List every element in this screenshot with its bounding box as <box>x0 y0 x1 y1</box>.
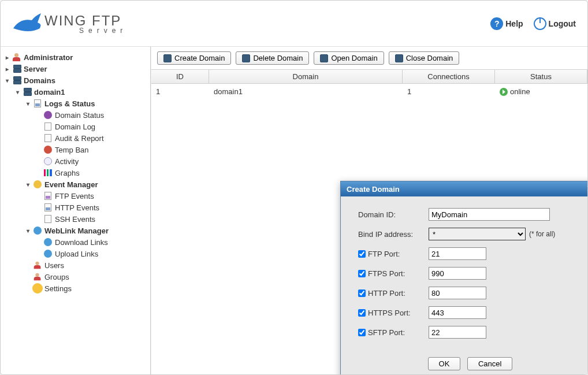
sidebar-tree[interactable]: ▸ Administrator ▸ Server ▾ Domains ▾ dom… <box>1 47 151 374</box>
logo: WING FTP Server <box>12 11 127 36</box>
sidebar-label-domain-log: Domain Log <box>55 122 95 131</box>
sidebar-label-domain1: domain1 <box>34 88 65 96</box>
expand-icon: ▾ <box>14 89 20 95</box>
domain-id-input[interactable] <box>429 208 550 221</box>
collapse-icon: ▸ <box>4 66 10 72</box>
domain-icon <box>23 87 32 96</box>
http-port-input[interactable] <box>429 287 486 299</box>
http-events-icon <box>43 203 53 212</box>
sidebar-item-ssh-events[interactable]: SSH Events <box>35 213 147 225</box>
domain-table-body: 1 domain1 1 online Create Domain ✕ <box>151 84 587 374</box>
http-port-checkbox[interactable] <box>358 289 366 297</box>
sidebar-item-graphs[interactable]: Graphs <box>35 167 147 179</box>
expand-icon: ▾ <box>4 77 10 84</box>
header-id[interactable]: ID <box>151 70 209 83</box>
bind-ip-hint: (* for all) <box>529 230 555 238</box>
ftp-port-label: FTP Port: <box>368 250 400 258</box>
sidebar-item-users[interactable]: Users <box>25 259 147 271</box>
dialog-titlebar[interactable]: Create Domain ✕ <box>341 181 587 196</box>
sidebar-item-audit-report[interactable]: Audit & Report <box>35 132 147 144</box>
sftp-port-input[interactable] <box>429 326 486 339</box>
sidebar-item-logs-status[interactable]: ▾ Logs & Status <box>25 98 147 109</box>
cell-id: 1 <box>151 84 209 101</box>
https-port-label: HTTPS Port: <box>368 309 411 317</box>
sidebar-item-weblink-manager[interactable]: ▾ WebLink Manager <box>25 225 147 236</box>
ftps-port-checkbox[interactable] <box>358 270 366 277</box>
close-domain-button[interactable]: Close Domain <box>389 51 460 65</box>
ok-button[interactable]: OK <box>428 357 461 370</box>
delete-domain-button[interactable]: Delete Domain <box>236 51 309 65</box>
ftp-port-checkbox[interactable] <box>358 250 366 258</box>
https-port-input[interactable] <box>429 306 486 319</box>
domains-icon <box>12 76 21 85</box>
logo-main-text: WING FTP <box>44 13 121 28</box>
disk-icon <box>242 54 250 62</box>
sftp-port-checkbox[interactable] <box>358 329 366 336</box>
sidebar-item-domain-status[interactable]: Domain Status <box>35 109 147 121</box>
sidebar-item-activity[interactable]: Activity <box>35 155 147 167</box>
sidebar-item-ftp-events[interactable]: FTP Events <box>35 190 147 202</box>
bind-ip-label: Bind IP address: <box>353 230 429 239</box>
dialog-title-text: Create Domain <box>347 185 400 194</box>
sidebar-item-http-events[interactable]: HTTP Events <box>35 202 147 213</box>
settings-icon <box>33 284 42 293</box>
sidebar-item-server[interactable]: ▸ Server <box>4 63 147 75</box>
sidebar-item-domain1[interactable]: ▾ domain1 <box>14 86 147 98</box>
domain-toolbar: Create Domain Delete Domain Open Domain … <box>151 47 587 69</box>
whale-logo-icon <box>12 11 43 36</box>
disk-icon <box>163 54 172 62</box>
open-domain-label: Open Domain <box>331 54 377 62</box>
sidebar-item-temp-ban[interactable]: Temp Ban <box>35 144 147 155</box>
activity-icon <box>43 157 53 166</box>
logout-button[interactable]: Logout <box>534 17 576 30</box>
help-label: Help <box>505 19 523 28</box>
sidebar-item-administrator[interactable]: ▸ Administrator <box>4 51 147 63</box>
help-button[interactable]: ? Help <box>490 17 523 30</box>
sidebar-item-download-links[interactable]: Download Links <box>35 236 147 248</box>
cell-status: online <box>495 84 587 101</box>
sidebar-item-groups[interactable]: Groups <box>25 271 147 283</box>
create-domain-dialog: Create Domain ✕ Domain ID: Bind IP addre… <box>340 181 587 374</box>
expand-icon: ▾ <box>25 181 31 188</box>
ban-icon <box>43 145 53 154</box>
sidebar-item-event-manager[interactable]: ▾ Event Manager <box>25 179 147 190</box>
sidebar-item-domains[interactable]: ▾ Domains <box>4 75 147 86</box>
cell-connections: 1 <box>403 84 495 101</box>
header-status[interactable]: Status <box>495 70 587 83</box>
sidebar-label-activity: Activity <box>55 157 79 166</box>
sidebar-item-upload-links[interactable]: Upload Links <box>35 248 147 259</box>
sidebar-label-ftp-events: FTP Events <box>55 192 94 201</box>
sidebar-item-domain-log[interactable]: Domain Log <box>35 121 147 132</box>
app-body: ▸ Administrator ▸ Server ▾ Domains ▾ dom… <box>1 47 587 374</box>
open-domain-button[interactable]: Open Domain <box>314 51 384 65</box>
graphs-icon <box>43 168 53 177</box>
event-manager-icon <box>33 180 42 189</box>
audit-icon <box>43 133 53 143</box>
dialog-close-button[interactable]: ✕ <box>586 184 587 194</box>
create-domain-button[interactable]: Create Domain <box>157 51 231 65</box>
disk-icon <box>320 54 328 62</box>
close-domain-label: Close Domain <box>406 54 453 62</box>
collapse-icon: ▸ <box>4 54 10 61</box>
sidebar-label-audit-report: Audit & Report <box>55 134 104 143</box>
sidebar-item-settings[interactable]: Settings <box>25 283 147 294</box>
bind-ip-select[interactable]: * <box>429 228 526 240</box>
ftp-port-input[interactable] <box>429 247 486 260</box>
sidebar-label-domain-status: Domain Status <box>55 111 104 120</box>
logout-label: Logout <box>549 19 576 28</box>
sidebar-label-weblink-manager: WebLink Manager <box>44 227 109 235</box>
create-domain-label: Create Domain <box>174 54 225 62</box>
ftps-port-input[interactable] <box>429 267 486 280</box>
header-connections[interactable]: Connections <box>403 70 495 83</box>
sidebar-label-http-events: HTTP Events <box>55 203 99 212</box>
cancel-button[interactable]: Cancel <box>467 357 512 370</box>
ssh-events-icon <box>43 214 53 224</box>
header-domain[interactable]: Domain <box>209 70 403 83</box>
cell-domain: domain1 <box>209 84 403 101</box>
play-icon <box>500 88 508 96</box>
expand-icon: ▾ <box>25 228 31 234</box>
http-port-label: HTTP Port: <box>368 289 405 298</box>
admin-icon <box>12 53 21 62</box>
https-port-checkbox[interactable] <box>358 309 366 317</box>
table-row[interactable]: 1 domain1 1 online <box>151 84 587 101</box>
